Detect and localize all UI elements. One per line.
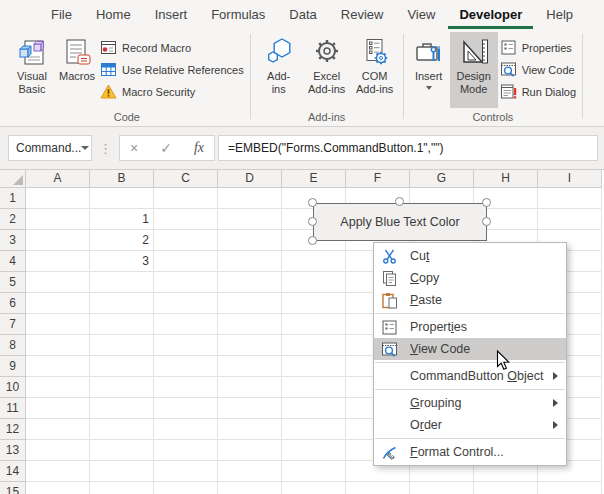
insert-dropdown-icon[interactable] <box>426 86 432 90</box>
cell-A5[interactable] <box>26 272 90 293</box>
cell-B15[interactable] <box>90 482 154 494</box>
cell-C15[interactable] <box>154 482 218 494</box>
cell-D13[interactable] <box>218 440 282 461</box>
column-header-H[interactable]: H <box>474 170 538 188</box>
insert-control-button[interactable]: Insert <box>408 32 450 108</box>
row-header-13[interactable]: 13 <box>0 440 26 461</box>
cell-E9[interactable] <box>282 356 346 377</box>
cell-D15[interactable] <box>218 482 282 494</box>
visual-basic-button[interactable]: VisualBasic <box>8 32 56 108</box>
column-header-C[interactable]: C <box>154 170 218 188</box>
cell-B7[interactable] <box>90 314 154 335</box>
cell-C10[interactable] <box>154 377 218 398</box>
row-header-5[interactable]: 5 <box>0 272 26 293</box>
cell-E12[interactable] <box>282 419 346 440</box>
cell-D1[interactable] <box>218 188 282 209</box>
cell-D9[interactable] <box>218 356 282 377</box>
view-code-button[interactable]: View Code <box>498 61 578 78</box>
cell-C11[interactable] <box>154 398 218 419</box>
cell-E14[interactable] <box>282 461 346 482</box>
cell-A10[interactable] <box>26 377 90 398</box>
column-header-E[interactable]: E <box>282 170 346 188</box>
excel-add-ins-button[interactable]: ExcelAdd-ins <box>303 32 351 108</box>
selection-handle-middle-left[interactable] <box>308 217 317 226</box>
cell-B13[interactable] <box>90 440 154 461</box>
cell-B8[interactable] <box>90 335 154 356</box>
tab-view[interactable]: View <box>396 2 446 29</box>
run-dialog-button[interactable]: Run Dialog <box>498 83 578 100</box>
row-header-3[interactable]: 3 <box>0 230 26 251</box>
column-header-A[interactable]: A <box>26 170 90 188</box>
cell-A2[interactable] <box>26 209 90 230</box>
cell-D2[interactable] <box>218 209 282 230</box>
row-header-12[interactable]: 12 <box>0 419 26 440</box>
record-macro-button[interactable]: Record Macro <box>98 39 246 56</box>
insert-function-icon[interactable]: fx <box>194 141 204 155</box>
cell-E8[interactable] <box>282 335 346 356</box>
selection-handle-top-left[interactable] <box>308 198 317 207</box>
selection-handle-top-middle[interactable] <box>395 197 404 206</box>
tab-formulas[interactable]: Formulas <box>200 2 276 29</box>
cell-D4[interactable] <box>218 251 282 272</box>
menu-item-properties[interactable]: Properties <box>374 316 566 338</box>
cell-E13[interactable] <box>282 440 346 461</box>
menu-item-copy[interactable]: Copy <box>374 267 566 289</box>
tab-help[interactable]: Help <box>535 2 584 29</box>
cell-C4[interactable] <box>154 251 218 272</box>
cell-B12[interactable] <box>90 419 154 440</box>
cell-A9[interactable] <box>26 356 90 377</box>
formula-input[interactable]: =EMBED("Forms.CommandButton.1","") <box>218 135 598 161</box>
column-header-F[interactable]: F <box>346 170 410 188</box>
tab-data[interactable]: Data <box>278 2 327 29</box>
cell-A7[interactable] <box>26 314 90 335</box>
design-mode-button[interactable]: DesignMode <box>450 32 498 108</box>
cell-A3[interactable] <box>26 230 90 251</box>
select-all-button[interactable] <box>0 170 26 188</box>
cell-B10[interactable] <box>90 377 154 398</box>
cell-D3[interactable] <box>218 230 282 251</box>
cell-D12[interactable] <box>218 419 282 440</box>
menu-item-format-control[interactable]: Format Control... <box>374 441 566 463</box>
menu-item-cut[interactable]: Cut <box>374 245 566 267</box>
name-box[interactable]: Command... <box>8 135 92 161</box>
cell-C14[interactable] <box>154 461 218 482</box>
tab-home[interactable]: Home <box>85 2 142 29</box>
tab-insert[interactable]: Insert <box>144 2 199 29</box>
cell-F15[interactable] <box>346 482 410 494</box>
cell-B6[interactable] <box>90 293 154 314</box>
tab-developer[interactable]: Developer <box>448 2 533 29</box>
cell-A12[interactable] <box>26 419 90 440</box>
cell-A11[interactable] <box>26 398 90 419</box>
cell-D11[interactable] <box>218 398 282 419</box>
cell-C9[interactable] <box>154 356 218 377</box>
menu-item-commandbutton-object[interactable]: CommandButton Object <box>374 365 566 387</box>
cell-B4[interactable]: 3 <box>90 251 154 272</box>
column-header-B[interactable]: B <box>90 170 154 188</box>
column-header-D[interactable]: D <box>218 170 282 188</box>
row-header-9[interactable]: 9 <box>0 356 26 377</box>
cell-I2[interactable] <box>538 209 602 230</box>
command-button[interactable]: Apply Blue Text Color <box>313 203 487 241</box>
tab-file[interactable]: File <box>40 2 83 29</box>
cell-B9[interactable] <box>90 356 154 377</box>
cell-C13[interactable] <box>154 440 218 461</box>
use-relative-references-button[interactable]: Use Relative References <box>98 61 246 78</box>
cell-A4[interactable] <box>26 251 90 272</box>
row-header-4[interactable]: 4 <box>0 251 26 272</box>
cell-G15[interactable] <box>410 482 474 494</box>
cell-C7[interactable] <box>154 314 218 335</box>
name-box-dropdown-icon[interactable] <box>81 146 89 150</box>
add-ins-button[interactable]: Add-ins <box>255 32 303 108</box>
selection-handle-top-right[interactable] <box>482 198 491 207</box>
menu-item-view-code[interactable]: View Code <box>374 338 566 360</box>
cell-A8[interactable] <box>26 335 90 356</box>
cell-C12[interactable] <box>154 419 218 440</box>
macro-security-button[interactable]: Macro Security <box>98 83 246 100</box>
row-header-14[interactable]: 14 <box>0 461 26 482</box>
cell-C1[interactable] <box>154 188 218 209</box>
row-header-10[interactable]: 10 <box>0 377 26 398</box>
column-header-I[interactable]: I <box>538 170 602 188</box>
cell-D7[interactable] <box>218 314 282 335</box>
selection-handle-middle-right[interactable] <box>482 217 491 226</box>
tab-review[interactable]: Review <box>330 2 395 29</box>
